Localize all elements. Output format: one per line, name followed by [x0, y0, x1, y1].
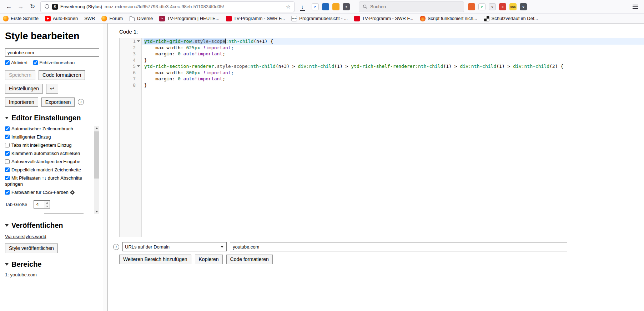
- check-extension-icon[interactable]: ✔: [478, 3, 485, 10]
- css-extension-icon[interactable]: css: [509, 3, 517, 10]
- code-line[interactable]: max-width: 800px !important;: [142, 70, 644, 76]
- code-line[interactable]: }: [142, 57, 644, 64]
- tab-size-row: Tab-Größe 4: [5, 200, 93, 209]
- bookmark-star-icon[interactable]: ☆: [286, 4, 291, 10]
- folder-extension-icon[interactable]: [332, 3, 339, 10]
- downloads-button[interactable]: ↓: [297, 2, 308, 12]
- live-preview-checkbox-label[interactable]: Echtzeitvorschau: [33, 60, 75, 65]
- editor-option[interactable]: Tabs mit intelligentem Einzug: [5, 142, 93, 148]
- bookmark-item[interactable]: Schutzverlauf im Def...: [484, 16, 538, 21]
- option-checkbox[interactable]: [5, 159, 10, 164]
- code-line[interactable]: margin: 0 auto!important;: [142, 76, 644, 82]
- orange-extension-icon[interactable]: [468, 3, 475, 10]
- editor-settings-heading[interactable]: Editor Einstellungen: [5, 114, 99, 122]
- code-token: :: [172, 76, 178, 81]
- copy-button[interactable]: Kopieren: [195, 255, 223, 264]
- enabled-checkbox[interactable]: [5, 60, 10, 65]
- scroll-down-button[interactable]: [94, 209, 99, 214]
- settings-button[interactable]: Einstellungen: [5, 84, 43, 94]
- option-checkbox[interactable]: [5, 135, 10, 139]
- export-button[interactable]: Exportieren: [41, 97, 75, 107]
- applies-to-select[interactable]: URLs auf der Domain: [122, 242, 227, 251]
- bookmark-item[interactable]: hrTV-Programm | HEUTE...: [159, 16, 219, 21]
- reload-button[interactable]: ↻: [27, 2, 38, 12]
- editor-option[interactable]: Automatischer Zeilenumbruch: [5, 126, 93, 132]
- tab-size-value: 4: [34, 201, 44, 208]
- bookmark-item[interactable]: WDRProgrammübersicht - ...: [291, 16, 348, 21]
- bookmark-item[interactable]: Forum: [101, 16, 123, 21]
- editor-option[interactable]: Autovervollständigen bei Eingabe: [5, 159, 93, 165]
- enabled-checkbox-label[interactable]: Aktiviert: [5, 60, 27, 65]
- import-button[interactable]: Importieren: [5, 97, 38, 107]
- code-line[interactable]: margin: 0 auto!important;: [142, 51, 644, 57]
- forward-button[interactable]: →: [15, 2, 26, 12]
- publish-style-button[interactable]: Style veröffentlichen: [5, 244, 58, 253]
- bookmark-item[interactable]: TV-Programm - SWR F...: [354, 16, 413, 21]
- sections-heading[interactable]: Bereiche: [5, 260, 99, 269]
- applies-info-icon[interactable]: [113, 244, 119, 250]
- download-icon: ↓: [301, 4, 304, 9]
- code-line[interactable]: }: [142, 82, 644, 89]
- site-identity-label[interactable]: Erweiterung (Stylus): [60, 4, 102, 9]
- editor-option[interactable]: Intelligenter Einzug: [5, 134, 93, 140]
- option-checkbox[interactable]: [5, 176, 10, 180]
- option-checkbox[interactable]: [5, 151, 10, 156]
- bookmark-label: Script funktioniert nich...: [428, 16, 477, 21]
- publish-heading[interactable]: Veröffentlichen: [5, 221, 99, 230]
- style-name-input[interactable]: [5, 48, 99, 57]
- editor-code-area[interactable]: ytd-rich-grid-row.style-scope:nth-child(…: [142, 38, 644, 237]
- url-text[interactable]: moz-extension://fd957793-dfe3-4cec-98eb-…: [105, 4, 283, 9]
- format-code-button[interactable]: Code formatieren: [39, 70, 85, 80]
- bookmark-item[interactable]: SWR: [84, 16, 95, 21]
- editor-option[interactable]: Mit Pfeiltasten ↑↓ durch Abschnitte spri…: [5, 175, 93, 187]
- option-checkbox[interactable]: [5, 126, 10, 131]
- sidebar-scrollbar-track[interactable]: [103, 24, 107, 311]
- camera-extension-icon[interactable]: ●: [343, 3, 350, 10]
- info-icon[interactable]: [78, 99, 84, 105]
- spin-down-icon[interactable]: [44, 205, 50, 209]
- live-preview-checkbox[interactable]: [33, 60, 38, 65]
- editor-option[interactable]: Farbwähler für CSS-Farben: [5, 189, 93, 195]
- format-code-button-bottom[interactable]: Code formatieren: [226, 255, 273, 264]
- briefcase-extension-icon[interactable]: [322, 3, 329, 10]
- code-line[interactable]: ytd-rich-grid-row.style-scope:nth-child(…: [142, 38, 644, 45]
- code-line[interactable]: max-width: 625px !important;: [142, 45, 644, 51]
- save-button[interactable]: Speichern: [5, 70, 35, 80]
- url-bar[interactable]: S Erweiterung (Stylus) moz-extension://f…: [40, 1, 295, 12]
- applies-to-value-input[interactable]: [230, 242, 567, 251]
- spin-up-icon[interactable]: [44, 201, 50, 205]
- tab-size-input[interactable]: 4: [34, 200, 50, 209]
- editor-option[interactable]: Klammern automatisch schließen: [5, 150, 93, 156]
- bookmark-item[interactable]: Erste Schritte: [3, 16, 39, 21]
- code-editor[interactable]: 12345678 ytd-rich-grid-row.style-scope:n…: [119, 38, 644, 237]
- fold-arrow-icon[interactable]: [137, 40, 140, 42]
- bookmark-item[interactable]: TV-Programm - SWR F...: [226, 16, 285, 21]
- red-list-extension-icon[interactable]: ≡: [499, 3, 506, 10]
- bookmark-item[interactable]: Auto-Ikonen: [45, 16, 78, 21]
- section-toc-item[interactable]: 1: youtube.com: [5, 272, 99, 277]
- option-checkbox[interactable]: [5, 167, 10, 172]
- gear-icon[interactable]: [70, 190, 75, 195]
- tracking-protection-shield-icon[interactable]: [44, 4, 50, 10]
- keymap-select[interactable]: [44, 214, 84, 214]
- scroll-up-button[interactable]: [94, 126, 99, 131]
- page-check-extension-icon[interactable]: ✔: [312, 3, 319, 10]
- search-bar[interactable]: Suchen: [359, 1, 464, 12]
- bookmark-label: Erste Schritte: [11, 16, 39, 21]
- bookmark-item[interactable]: Diverse: [129, 16, 153, 21]
- option-checkbox[interactable]: [5, 190, 10, 195]
- bookmark-item[interactable]: Script funktioniert nich...: [420, 16, 477, 21]
- v-gray-extension-icon[interactable]: V: [489, 3, 496, 10]
- fold-arrow-icon[interactable]: [137, 65, 140, 67]
- menu-button[interactable]: [630, 2, 640, 12]
- back-button[interactable]: ←: [4, 2, 14, 12]
- v-dark-extension-icon[interactable]: V: [520, 3, 527, 10]
- hotkey-button[interactable]: ↩: [46, 84, 58, 94]
- code-line[interactable]: ytd-rich-section-renderer.style-scope:nt…: [142, 63, 644, 70]
- scrollbar-thumb[interactable]: [94, 131, 99, 179]
- options-scrollbar[interactable]: [94, 126, 99, 214]
- option-checkbox[interactable]: [5, 143, 10, 147]
- userstyles-world-link[interactable]: Via userstyles.world: [5, 234, 46, 239]
- editor-option[interactable]: Doppelklick markiert Zeichenkette: [5, 167, 93, 173]
- add-section-button[interactable]: Weiteren Bereich hinzufügen: [119, 255, 191, 264]
